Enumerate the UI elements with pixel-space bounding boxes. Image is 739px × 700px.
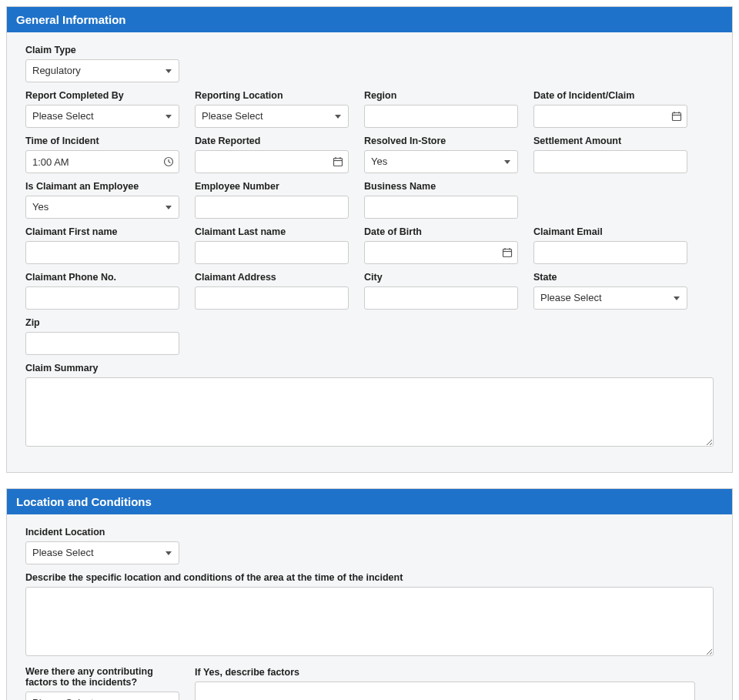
claimant-email-input[interactable]	[533, 241, 687, 264]
employee-number-label: Employee Number	[195, 181, 349, 192]
claimant-first-input[interactable]	[25, 241, 179, 264]
city-field: City	[364, 272, 518, 310]
date-reported-field: Date Reported	[195, 136, 349, 173]
date-of-incident-label: Date of Incident/Claim	[533, 90, 687, 101]
contributing-factors-field: Were there any contributing factors to t…	[25, 666, 179, 700]
claim-type-label: Claim Type	[25, 45, 179, 55]
claimant-first-field: Claimant First name	[25, 226, 179, 264]
incident-location-select[interactable]: Please Select	[25, 541, 179, 564]
claimant-phone-field: Claimant Phone No.	[25, 272, 179, 310]
location-conditions-body: Incident Location Please Select Describe…	[7, 514, 732, 700]
describe-location-field: Describe the specific location and condi…	[25, 572, 714, 658]
claimant-address-field: Claimant Address	[195, 272, 349, 310]
reporting-location-select[interactable]: Please Select	[195, 105, 349, 128]
date-of-birth-input[interactable]	[364, 241, 518, 264]
settlement-amount-label: Settlement Amount	[533, 136, 687, 146]
claimant-email-label: Claimant Email	[533, 226, 687, 237]
zip-input[interactable]	[25, 332, 179, 355]
claim-summary-textarea[interactable]	[25, 377, 714, 447]
resolved-in-store-label: Resolved In-Store	[364, 136, 518, 146]
describe-location-textarea[interactable]	[25, 587, 714, 656]
contributing-factors-select[interactable]: Please Select	[25, 692, 179, 700]
claimant-phone-input[interactable]	[25, 286, 179, 310]
zip-field: Zip	[25, 317, 179, 355]
reporting-location-field: Reporting Location Please Select	[195, 90, 349, 128]
describe-factors-textarea[interactable]	[195, 682, 695, 700]
settlement-amount-field: Settlement Amount	[533, 136, 687, 173]
claimant-last-label: Claimant Last name	[195, 226, 349, 237]
report-completed-by-field: Report Completed By Please Select	[25, 90, 179, 128]
state-field: State Please Select	[533, 272, 687, 310]
report-completed-by-select[interactable]: Please Select	[25, 105, 179, 128]
incident-location-field: Incident Location Please Select	[25, 527, 179, 564]
resolved-in-store-field: Resolved In-Store Yes	[364, 136, 518, 173]
claimant-phone-label: Claimant Phone No.	[25, 272, 179, 283]
settlement-amount-input[interactable]	[533, 150, 687, 173]
date-reported-input[interactable]	[195, 150, 349, 173]
location-conditions-section: Location and Conditions Incident Locatio…	[6, 488, 733, 700]
region-field: Region	[364, 90, 518, 128]
claimant-last-input[interactable]	[195, 241, 349, 264]
time-of-incident-input[interactable]	[25, 150, 179, 173]
claimant-address-input[interactable]	[195, 286, 349, 310]
date-of-birth-field: Date of Birth	[364, 226, 518, 264]
location-conditions-header: Location and Conditions	[7, 489, 732, 514]
general-information-section: General Information Claim Type Regulator…	[6, 6, 733, 473]
date-of-incident-field: Date of Incident/Claim	[533, 90, 687, 128]
general-information-header: General Information	[7, 7, 732, 32]
is-employee-select[interactable]: Yes	[25, 196, 179, 219]
general-information-body: Claim Type Regulatory Report Completed B…	[7, 32, 732, 472]
employee-number-field: Employee Number	[195, 181, 349, 219]
describe-factors-field: If Yes, describe factors	[195, 667, 695, 700]
business-name-label: Business Name	[364, 181, 518, 192]
date-reported-label: Date Reported	[195, 136, 349, 146]
describe-factors-label: If Yes, describe factors	[195, 667, 695, 678]
is-employee-label: Is Claimant an Employee	[25, 181, 179, 192]
state-label: State	[533, 272, 687, 283]
business-name-input[interactable]	[364, 196, 518, 219]
claimant-last-field: Claimant Last name	[195, 226, 349, 264]
state-select[interactable]: Please Select	[533, 286, 687, 310]
date-of-incident-input[interactable]	[533, 105, 687, 128]
claim-summary-field: Claim Summary	[25, 363, 714, 449]
employee-number-input[interactable]	[195, 196, 349, 219]
city-input[interactable]	[364, 286, 518, 310]
region-input[interactable]	[364, 105, 518, 128]
business-name-field: Business Name	[364, 181, 518, 219]
time-of-incident-field: Time of Incident	[25, 136, 179, 173]
is-employee-field: Is Claimant an Employee Yes	[25, 181, 179, 219]
claimant-email-field: Claimant Email	[533, 226, 687, 264]
claimant-first-label: Claimant First name	[25, 226, 179, 237]
time-of-incident-label: Time of Incident	[25, 136, 179, 146]
region-label: Region	[364, 90, 518, 101]
city-label: City	[364, 272, 518, 283]
claim-summary-label: Claim Summary	[25, 363, 714, 373]
claimant-address-label: Claimant Address	[195, 272, 349, 283]
incident-location-label: Incident Location	[25, 527, 179, 538]
report-completed-by-label: Report Completed By	[25, 90, 179, 101]
contributing-factors-label: Were there any contributing factors to t…	[25, 666, 179, 688]
reporting-location-label: Reporting Location	[195, 90, 349, 101]
describe-location-label: Describe the specific location and condi…	[25, 572, 714, 583]
claim-type-select[interactable]: Regulatory	[25, 59, 179, 82]
zip-label: Zip	[25, 317, 179, 328]
date-of-birth-label: Date of Birth	[364, 226, 518, 237]
resolved-in-store-select[interactable]: Yes	[364, 150, 518, 173]
claim-type-field: Claim Type Regulatory	[25, 45, 179, 82]
